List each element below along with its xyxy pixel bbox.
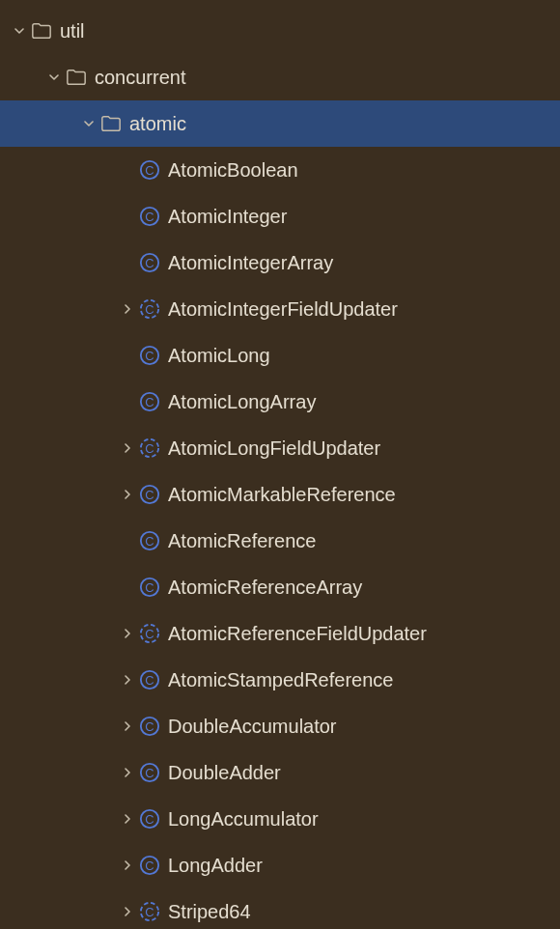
tree-row-class[interactable]: CDoubleAdder — [0, 749, 560, 796]
class-icon: C — [139, 159, 160, 181]
chevron-right-icon[interactable] — [120, 440, 135, 456]
tree-label: AtomicLongFieldUpdater — [168, 437, 380, 460]
tree-label: AtomicIntegerFieldUpdater — [168, 298, 398, 321]
class-icon: C — [139, 484, 160, 505]
tree-row-class[interactable]: CStriped64 — [0, 888, 560, 929]
tree-label: DoubleAdder — [168, 762, 281, 784]
svg-text:C: C — [145, 256, 154, 270]
chevron-right-icon[interactable] — [120, 672, 135, 688]
svg-text:C: C — [145, 302, 154, 317]
tree-label: concurrent — [95, 67, 186, 89]
tree-label: util — [60, 20, 85, 42]
chevron-right-icon[interactable] — [120, 904, 135, 919]
class-icon: C — [139, 252, 160, 273]
tree-row-class[interactable]: CAtomicBoolean — [0, 147, 560, 193]
chevron-right-icon[interactable] — [120, 718, 135, 734]
tree-row-class[interactable]: CAtomicReference — [0, 518, 560, 564]
tree-row-class[interactable]: CAtomicIntegerFieldUpdater — [0, 286, 560, 332]
tree-label: LongAccumulator — [168, 808, 319, 830]
tree-label: AtomicReferenceFieldUpdater — [168, 623, 427, 645]
tree-label: AtomicLongArray — [168, 391, 316, 413]
tree-label: atomic — [129, 113, 186, 135]
chevron-right-icon[interactable] — [120, 811, 135, 827]
abstract-class-icon: C — [139, 623, 160, 644]
tree-label: AtomicMarkableReference — [168, 484, 396, 506]
tree-label: AtomicReferenceArray — [168, 577, 362, 599]
class-icon: C — [139, 391, 160, 412]
class-icon: C — [139, 855, 160, 876]
tree-row-class[interactable]: CAtomicLong — [0, 332, 560, 379]
tree-row-class[interactable]: CAtomicLongArray — [0, 379, 560, 425]
folder-icon — [66, 67, 87, 88]
tree-row-class[interactable]: CAtomicReferenceFieldUpdater — [0, 610, 560, 657]
svg-text:C: C — [145, 766, 154, 780]
class-icon: C — [139, 577, 160, 598]
tree-row-concurrent[interactable]: concurrent — [0, 54, 560, 100]
folder-icon — [31, 20, 52, 42]
abstract-class-icon: C — [139, 901, 160, 922]
svg-text:C: C — [145, 395, 154, 409]
tree-row-class[interactable]: CAtomicInteger — [0, 193, 560, 239]
tree-row-class[interactable]: CAtomicStampedReference — [0, 657, 560, 703]
chevron-right-icon[interactable] — [120, 626, 135, 641]
svg-text:C: C — [145, 163, 154, 178]
svg-text:C: C — [145, 580, 154, 595]
svg-text:C: C — [145, 673, 154, 688]
chevron-down-icon[interactable] — [46, 70, 62, 85]
svg-text:C: C — [145, 534, 154, 549]
tree-label: AtomicBoolean — [168, 159, 298, 182]
chevron-down-icon[interactable] — [81, 116, 97, 131]
tree-row-util[interactable]: util — [0, 8, 560, 54]
svg-text:C: C — [145, 859, 154, 873]
class-icon: C — [139, 206, 160, 227]
tree-row-class[interactable]: CLongAccumulator — [0, 796, 560, 842]
tree-row-atomic[interactable]: atomic — [0, 100, 560, 147]
svg-text:C: C — [145, 349, 154, 363]
class-icon: C — [139, 808, 160, 830]
svg-text:C: C — [145, 210, 154, 224]
class-icon: C — [139, 716, 160, 737]
svg-text:C: C — [145, 719, 154, 734]
abstract-class-icon: C — [139, 298, 160, 320]
tree-row-class[interactable]: CAtomicLongFieldUpdater — [0, 425, 560, 471]
svg-text:C: C — [145, 488, 154, 502]
tree-label: AtomicLong — [168, 345, 270, 367]
tree-label: AtomicIntegerArray — [168, 252, 333, 274]
tree-row-class[interactable]: CLongAdder — [0, 842, 560, 888]
chevron-right-icon[interactable] — [120, 858, 135, 873]
tree-label: LongAdder — [168, 855, 263, 877]
svg-text:C: C — [145, 905, 154, 919]
tree-label: AtomicStampedReference — [168, 669, 393, 691]
class-icon: C — [139, 345, 160, 366]
chevron-right-icon[interactable] — [120, 301, 135, 317]
svg-text:C: C — [145, 627, 154, 641]
tree-row-class[interactable]: CAtomicMarkableReference — [0, 471, 560, 518]
abstract-class-icon: C — [139, 437, 160, 459]
class-icon: C — [139, 669, 160, 690]
svg-text:C: C — [145, 441, 154, 456]
chevron-right-icon[interactable] — [120, 765, 135, 780]
tree-label: Striped64 — [168, 901, 251, 923]
tree-row-class[interactable]: CDoubleAccumulator — [0, 703, 560, 749]
tree-label: AtomicReference — [168, 530, 316, 552]
svg-text:C: C — [145, 812, 154, 827]
class-icon: C — [139, 530, 160, 551]
tree-row-class[interactable]: CAtomicReferenceArray — [0, 564, 560, 610]
chevron-right-icon[interactable] — [120, 487, 135, 502]
folder-icon — [100, 113, 122, 134]
class-icon: C — [139, 762, 160, 783]
tree-row-class[interactable]: CAtomicIntegerArray — [0, 239, 560, 286]
tree-label: DoubleAccumulator — [168, 716, 337, 738]
chevron-down-icon[interactable] — [12, 23, 27, 39]
tree-label: AtomicInteger — [168, 206, 287, 228]
